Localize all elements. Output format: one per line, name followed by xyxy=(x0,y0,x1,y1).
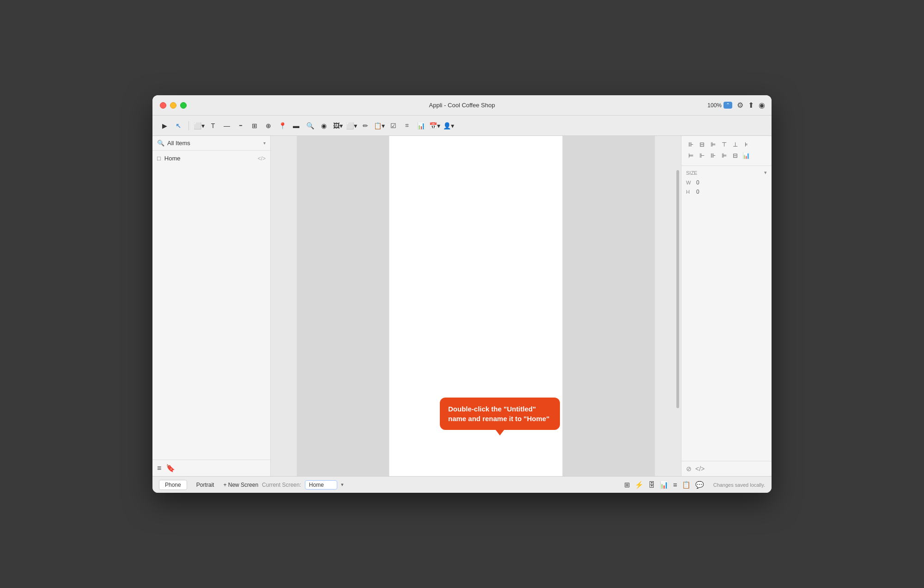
align-left-icon[interactable]: ⊪ xyxy=(686,140,695,149)
zoom-stepper[interactable]: ⌃ xyxy=(723,102,732,109)
align-center-h-icon[interactable]: ⊟ xyxy=(697,140,706,149)
sidebar-footer: ≡ 🔖 xyxy=(152,459,270,476)
search-label[interactable]: All Items xyxy=(167,140,261,147)
toolbar: ▶ ↖ ⬜▾ T — ━ ⊞ ⊕ 📍 ▬ 🔍 ◉ 🖼▾ ⬜▾ ✏ 📋▾ ☑ ⌗ … xyxy=(152,116,772,136)
phone-shadow-right xyxy=(563,136,655,476)
chevron-down-icon[interactable]: ▾ xyxy=(263,141,266,146)
play-tool[interactable]: ▶ xyxy=(158,119,171,132)
user-icon[interactable]: ◉ xyxy=(759,101,765,110)
size-expand-icon[interactable]: ▾ xyxy=(764,170,767,176)
tool-group-shapes: ⬜▾ T — ━ ⊞ ⊕ 📍 ▬ 🔍 ◉ 🖼▾ ⬜▾ ✏ 📋▾ ☑ ⌗ 📊 📅▾… xyxy=(193,119,455,132)
height-value[interactable]: 0 xyxy=(696,189,699,195)
sidebar-item-home[interactable]: □ Home </> xyxy=(152,153,270,164)
text-tool[interactable]: T xyxy=(207,119,219,132)
scrollbar-vertical[interactable] xyxy=(676,170,679,408)
fullscreen-button[interactable] xyxy=(180,102,187,109)
bookmark-icon[interactable]: 🔖 xyxy=(166,464,175,472)
frame-tool[interactable]: ⬜▾ xyxy=(345,119,358,132)
size-label: SIZE xyxy=(686,170,697,176)
tab-portrait[interactable]: Portrait xyxy=(191,480,220,490)
camera-tool[interactable]: ◉ xyxy=(317,119,330,132)
screen-name-input[interactable] xyxy=(305,480,337,490)
thick-line-tool[interactable]: ━ xyxy=(234,119,247,132)
height-label: H xyxy=(686,189,693,195)
calendar-tool[interactable]: 📅▾ xyxy=(428,119,441,132)
slice-icon[interactable]: ⊘ xyxy=(686,465,692,472)
chart-icon[interactable]: 📊 xyxy=(660,481,669,489)
rectangle-tool[interactable]: ⬜▾ xyxy=(193,119,206,132)
phone-shadow-left xyxy=(297,136,389,476)
bar-chart-icon[interactable]: 📊 xyxy=(742,151,751,160)
align-bottom-icon[interactable]: ⊧ xyxy=(742,140,751,149)
export-icon[interactable]: 📋 xyxy=(682,481,691,489)
tab-phone-label: Phone xyxy=(165,482,181,488)
check-tool[interactable]: ☑ xyxy=(387,119,400,132)
main-area: 🔍 All Items ▾ □ Home </> ≡ 🔖 xyxy=(152,136,772,476)
traffic-lights[interactable] xyxy=(152,102,187,109)
align-top-icon[interactable]: ⊤ xyxy=(719,140,729,149)
search-tool[interactable]: 🔍 xyxy=(304,119,316,132)
list-icon[interactable]: ≡ xyxy=(673,481,677,489)
table-tool[interactable]: ⊞ xyxy=(248,119,261,132)
right-panel-footer: ⊘ </> xyxy=(681,461,772,476)
tab-portrait-label: Portrait xyxy=(196,482,214,488)
screen-icon: □ xyxy=(157,155,161,162)
user-tool[interactable]: 👤▾ xyxy=(442,119,455,132)
link-tool[interactable]: ⌗ xyxy=(401,119,413,132)
select-tool[interactable]: ↖ xyxy=(172,119,185,132)
window-title: Appli - Cool Coffee Shop xyxy=(429,102,495,109)
zoom-value: 100% xyxy=(707,102,722,109)
width-label: W xyxy=(686,180,693,185)
bottom-bar: Phone Portrait + New Screen Current Scre… xyxy=(152,476,772,493)
sidebar-items: □ Home </> xyxy=(152,151,270,459)
distribute-h-icon[interactable]: ⊨ xyxy=(686,151,695,160)
pin-tool[interactable]: 📍 xyxy=(276,119,289,132)
distribute-v-icon[interactable]: ⊩ xyxy=(697,151,706,160)
grid-icon[interactable]: ⊞ xyxy=(624,481,630,489)
close-button[interactable] xyxy=(160,102,166,109)
debug-icon[interactable]: ⚡ xyxy=(635,481,644,489)
align-section: ⊪ ⊟ ⊫ ⊤ ⊥ ⊧ ⊨ ⊩ ⊪ ⊫ ⊟ 📊 xyxy=(681,136,772,166)
screen-dropdown-icon[interactable]: ▾ xyxy=(341,482,344,488)
width-value[interactable]: 0 xyxy=(696,179,699,186)
tab-phone[interactable]: Phone xyxy=(159,480,187,490)
titlebar-right: 100% ⌃ ⚙ ⬆ ◉ xyxy=(707,101,772,110)
minimize-button[interactable] xyxy=(170,102,176,109)
space-v-icon[interactable]: ⊫ xyxy=(719,151,729,160)
callout-text: Double-click the "Untitled" name and ren… xyxy=(448,405,549,423)
new-screen-label: + New Screen xyxy=(223,482,258,488)
media-tool[interactable]: ▬ xyxy=(290,119,303,132)
image-tool[interactable]: 🖼▾ xyxy=(331,119,344,132)
space-h-icon[interactable]: ⊪ xyxy=(708,151,717,160)
separator-1 xyxy=(188,121,189,130)
list-icon[interactable]: ≡ xyxy=(157,464,161,472)
bottom-icons: ⊞ ⚡ 🗄 📊 ≡ 📋 💬 Changes saved locally. xyxy=(624,481,765,489)
doc-tool[interactable]: 📋▾ xyxy=(373,119,386,132)
database-icon[interactable]: 🗄 xyxy=(648,481,655,489)
globe-tool[interactable]: ⊕ xyxy=(262,119,275,132)
search-icon: 🔍 xyxy=(157,140,164,147)
height-field: H 0 xyxy=(686,189,767,195)
canvas-area[interactable]: Double-click the "Untitled" name and ren… xyxy=(271,136,681,476)
new-screen-button[interactable]: + New Screen xyxy=(223,482,258,488)
edit-tool[interactable]: ✏ xyxy=(359,119,372,132)
sidebar-item-label: Home xyxy=(164,155,254,162)
settings-icon[interactable]: ⚙ xyxy=(737,101,743,110)
line-tool[interactable]: — xyxy=(220,119,233,132)
code-view-icon[interactable]: </> xyxy=(695,465,705,472)
align-right-icon[interactable]: ⊫ xyxy=(708,140,717,149)
upload-icon[interactable]: ⬆ xyxy=(748,101,754,110)
right-panel: ⊪ ⊟ ⊫ ⊤ ⊥ ⊧ ⊨ ⊩ ⊪ ⊫ ⊟ 📊 SIZE xyxy=(681,136,772,476)
size-header: SIZE ▾ xyxy=(686,170,767,176)
align-center-v-icon[interactable]: ⊥ xyxy=(730,140,740,149)
sidebar-search-bar[interactable]: 🔍 All Items ▾ xyxy=(152,136,270,151)
current-screen-label: Current Screen: xyxy=(262,482,301,488)
align-row-1: ⊪ ⊟ ⊫ ⊤ ⊥ ⊧ xyxy=(686,140,767,149)
fill-icon[interactable]: ⊟ xyxy=(730,151,740,160)
chart-tool[interactable]: 📊 xyxy=(414,119,427,132)
tool-group-main: ▶ ↖ xyxy=(158,119,185,132)
size-section: SIZE ▾ W 0 H 0 xyxy=(681,166,772,202)
code-icon[interactable]: </> xyxy=(258,155,266,162)
sidebar: 🔍 All Items ▾ □ Home </> ≡ 🔖 xyxy=(152,136,271,476)
preview-icon[interactable]: 💬 xyxy=(695,481,704,489)
